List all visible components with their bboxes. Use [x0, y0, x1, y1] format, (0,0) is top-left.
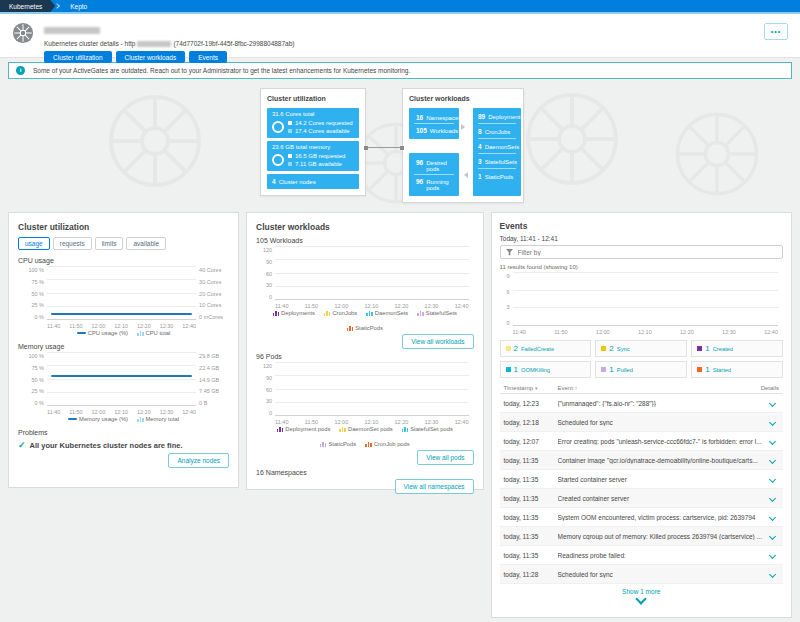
event-row[interactable]: today, 11:35Created container server [500, 489, 783, 508]
event-message: Memory cgroup out of memory: Killed proc… [558, 533, 770, 540]
view-all-workloads-button[interactable]: View all workloads [402, 334, 473, 349]
events-table-header: Timestamp▾ Event↕ Details [500, 383, 783, 394]
event-timestamp: today, 11:35 [504, 495, 558, 502]
pods-chart: 120906030011:4011:5012:0012:1012:2012:30… [256, 363, 473, 425]
legend-item: Memory total [137, 416, 179, 422]
event-row[interactable]: today, 11:35Container image "gcr.io/dyna… [500, 451, 783, 470]
event-row[interactable]: today, 11:35System OOM encountered, vict… [500, 508, 783, 527]
chevron-down-icon[interactable] [769, 570, 776, 577]
namespaces-workloads-tile[interactable]: 16Namespaces 105Workloads [409, 108, 459, 139]
cores-requested: 14.2 Cores requested [295, 120, 353, 126]
chevron-down-icon[interactable] [769, 494, 776, 501]
event-timestamp: today, 12:18 [504, 419, 558, 426]
utilization-panel-title: Cluster utilization [18, 222, 229, 232]
events-time-range: Today, 11:41 - 12:41 [500, 235, 783, 242]
event-filter-pill[interactable]: 2FailedCreate [500, 340, 592, 357]
redacted-cluster-name [44, 27, 100, 34]
event-filter-pill[interactable]: 1Created [691, 340, 783, 357]
legend-item: Deployment pods [277, 426, 331, 432]
memory-total: 23.6 GB total memory [272, 144, 354, 150]
info-icon: i [16, 66, 25, 75]
tab-requests[interactable]: requests [53, 237, 92, 250]
detail-panels: Cluster utilization usagerequestslimitsa… [0, 207, 800, 622]
breadcrumb-item[interactable]: Kepto [61, 0, 96, 12]
details-column-header: Details [753, 385, 779, 391]
analyze-nodes-button[interactable]: Analyze nodes [168, 453, 229, 468]
bars-swatch-icon [277, 427, 284, 432]
tab-available[interactable]: available [126, 237, 166, 250]
breadcrumb: KubernetesKepto [0, 0, 800, 14]
requested-swatch-icon [288, 154, 292, 158]
event-color-swatch [506, 346, 511, 351]
problems-ok-text: All your Kubernetes cluster nodes are fi… [30, 441, 183, 450]
workload-kinds-tile[interactable]: 89Deployments8CronJobs4DaemonSets3Statef… [473, 108, 521, 196]
workloads-card: Cluster workloads 16Namespaces 105Worklo… [402, 88, 524, 203]
chevron-right-icon [54, 3, 60, 9]
memory-donut-icon [272, 154, 284, 166]
workloads-legend: DeploymentsCronJobsDaemonSetsStatefulSet… [256, 310, 473, 331]
memory-available: 7.11 GB available [295, 161, 342, 167]
pods-tile[interactable]: 96Desired pods 96Running pods [409, 153, 459, 196]
events-filter [500, 245, 783, 259]
utilization-card: Cluster utilization 31.6 Cores total 14.… [260, 88, 366, 196]
event-row[interactable]: today, 12:23{"unmanaged": {"fs.aio-nr": … [500, 394, 783, 413]
chevron-down-icon[interactable] [769, 418, 776, 425]
pods-legend: Deployment podsDaemonSet podsStatefulSet… [256, 426, 473, 447]
view-all-pods-button[interactable]: View all pods [417, 450, 473, 465]
chevron-down-icon[interactable] [769, 513, 776, 520]
check-icon: ✓ [18, 440, 26, 450]
view-all-namespaces-button[interactable]: View all namespaces [395, 479, 474, 494]
event-filter-pill[interactable]: 1Pulled [595, 361, 687, 378]
chevron-down-icon[interactable] [769, 399, 776, 406]
expand-chevron-icon[interactable] [636, 593, 647, 604]
event-column-header[interactable]: Event↕ [558, 385, 753, 391]
event-row[interactable]: today, 11:35Memory cgroup out of memory:… [500, 527, 783, 546]
event-message: Scheduled for sync [558, 419, 770, 426]
workload-kind-row: 89Deployments [478, 109, 516, 123]
tab-limits[interactable]: limits [95, 237, 124, 250]
chevron-down-icon[interactable] [769, 437, 776, 444]
event-message: System OOM encountered, victim process: … [558, 514, 770, 521]
event-filter-pill[interactable]: 2Sync [595, 340, 687, 357]
cores-tile[interactable]: 31.6 Cores total 14.2 Cores requested 17… [267, 108, 359, 138]
event-timestamp: today, 12:23 [504, 400, 558, 407]
event-row[interactable]: today, 11:28Scheduled for sync [500, 565, 783, 584]
event-row[interactable]: today, 11:35Readiness probe failed: [500, 546, 783, 565]
tab-usage[interactable]: usage [18, 237, 50, 250]
chevron-down-icon[interactable] [769, 475, 776, 482]
event-message: Scheduled for sync [558, 571, 770, 578]
legend-item: DaemonSet pods [339, 426, 392, 432]
breadcrumb-item[interactable]: Kubernetes [0, 0, 55, 12]
event-filter-pill[interactable]: 1Started [691, 361, 783, 378]
event-row[interactable]: today, 12:07Error creating: pods "unleas… [500, 432, 783, 451]
timestamp-column-header[interactable]: Timestamp▾ [504, 385, 558, 391]
chevron-down-icon[interactable] [769, 551, 776, 558]
available-swatch-icon [288, 162, 292, 166]
memory-tile[interactable]: 23.6 GB total memory 16.5 GB requested 7… [267, 141, 359, 171]
cores-total: 31.6 Cores total [272, 111, 354, 117]
more-options-button[interactable]: ••• [764, 23, 788, 40]
events-chart: 963011:4011:5012:0012:1012:2012:3012:40 [500, 273, 783, 335]
legend-item: CronJobs [324, 310, 357, 316]
event-row[interactable]: today, 12:18Scheduled for sync [500, 413, 783, 432]
event-timestamp: today, 11:35 [504, 552, 558, 559]
filter-input[interactable] [518, 249, 777, 256]
nodes-tile[interactable]: 4Cluster nodes [267, 174, 359, 189]
pods-count-label: 96 Pods [256, 353, 473, 360]
activegate-banner: i Some of your ActiveGates are outdated.… [8, 62, 792, 79]
event-timestamp: today, 11:28 [504, 571, 558, 578]
banner-text: Some of your ActiveGates are outdated. R… [33, 67, 410, 74]
header-tab-button[interactable]: Cluster workloads [116, 51, 186, 63]
chevron-down-icon[interactable] [769, 456, 776, 463]
event-row[interactable]: today, 11:35Started container server [500, 470, 783, 489]
workloads-panel: Cluster workloads 105 Workloads 12090603… [246, 212, 483, 490]
header-tab-button[interactable]: Cluster utilization [44, 51, 112, 63]
header-tab-button[interactable]: Events [189, 51, 227, 63]
usage-line [51, 375, 192, 377]
redacted-url [137, 41, 171, 47]
events-table-body: today, 12:23{"unmanaged": {"fs.aio-nr": … [500, 394, 783, 584]
kubernetes-watermark-icon [522, 89, 622, 189]
event-timestamp: today, 12:07 [504, 438, 558, 445]
event-filter-pill[interactable]: 1OOMKilling [500, 361, 592, 378]
chevron-down-icon[interactable] [769, 532, 776, 539]
